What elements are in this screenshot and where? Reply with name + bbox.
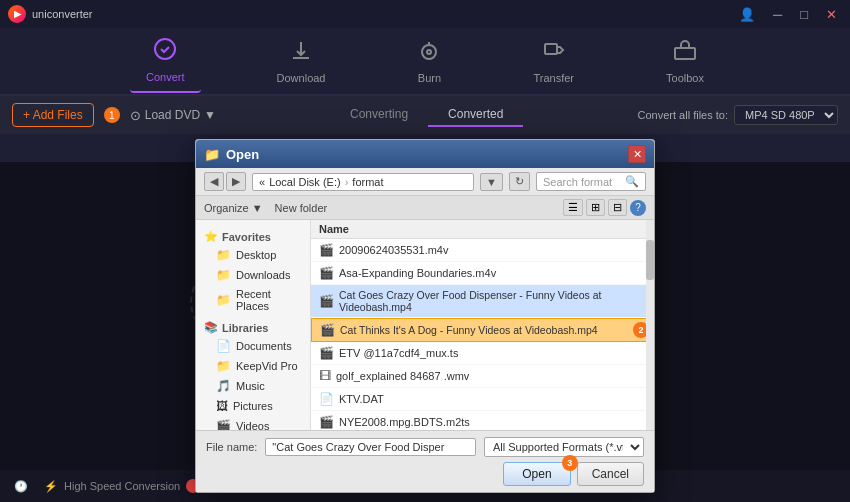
file-item-selected-2[interactable]: 🎬 Cat Thinks It's A Dog - Funny Videos a… xyxy=(311,318,654,342)
file-item-selected-1[interactable]: 🎬 Cat Goes Crazy Over Food Dispenser - F… xyxy=(311,285,654,318)
details-view-button[interactable]: ⊞ xyxy=(586,199,605,216)
nav-convert[interactable]: Convert xyxy=(130,29,201,93)
search-bar: Search format 🔍 xyxy=(536,172,646,191)
sidebar-panel: ⭐ Favorites 📁 Desktop 📁 Downloads 📁 xyxy=(196,220,311,430)
add-files-badge: 1 xyxy=(104,107,120,123)
file-icon: 🎬 xyxy=(319,415,334,429)
dialog-close-button[interactable]: ✕ xyxy=(628,145,646,163)
file-icon: 🎞 xyxy=(319,369,331,383)
sidebar-item-music[interactable]: 🎵 Music xyxy=(196,376,310,396)
folder-icon: 🎬 xyxy=(216,419,231,430)
close-button[interactable]: ✕ xyxy=(821,5,842,24)
toolbox-label: Toolbox xyxy=(666,72,704,84)
load-dvd-button[interactable]: ⊙ Load DVD ▼ xyxy=(130,108,216,123)
filename-input[interactable] xyxy=(265,438,476,456)
file-item[interactable]: 🎬 ETV @11a7cdf4_mux.ts xyxy=(311,342,654,365)
add-files-button[interactable]: + Add Files xyxy=(12,103,94,127)
file-icon: 🎬 xyxy=(319,266,334,280)
view-buttons: ☰ ⊞ ⊟ ? xyxy=(563,199,646,216)
convert-all: Convert all files to: MP4 SD 480P xyxy=(638,105,838,125)
convert-all-label: Convert all files to: xyxy=(638,109,728,121)
dialog-body: ⭐ Favorites 📁 Desktop 📁 Downloads 📁 xyxy=(196,220,654,430)
nav-transfer[interactable]: Transfer xyxy=(517,30,590,92)
library-icon: 📚 xyxy=(204,321,218,334)
path-local-disk: « xyxy=(259,176,265,188)
load-dvd-arrow: ▼ xyxy=(204,108,216,122)
load-dvd-label: Load DVD xyxy=(145,108,200,122)
user-icon[interactable]: 👤 xyxy=(734,5,760,24)
dialog-titlebar: 📁 Open ✕ xyxy=(196,140,654,168)
libraries-header: 📚 Libraries xyxy=(196,319,310,336)
path-dropdown-button[interactable]: ▼ xyxy=(480,173,503,191)
sidebar-item-videos[interactable]: 🎬 Videos xyxy=(196,416,310,430)
dialog-footer: File name: All Supported Formats (*.vtv;… xyxy=(196,430,654,492)
dialog-toolbar: ◀ ▶ « Local Disk (E:) › format ▼ ↻ Searc… xyxy=(196,168,654,196)
filetype-select[interactable]: All Supported Formats (*.vtv; *. xyxy=(484,437,644,457)
titlebar-left: ▶ uniconverter xyxy=(8,5,93,23)
folder-icon: 🖼 xyxy=(216,399,228,413)
file-icon: 📄 xyxy=(319,392,334,406)
sidebar-item-keepvid[interactable]: 📁 KeepVid Pro xyxy=(196,356,310,376)
sidebar-item-desktop[interactable]: 📁 Desktop xyxy=(196,245,310,265)
search-icon[interactable]: 🔍 xyxy=(625,175,639,188)
file-item[interactable]: 🎞 golf_explained 84687 .wmv xyxy=(311,365,654,388)
add-files-label: + Add Files xyxy=(23,108,83,122)
toolbox-icon xyxy=(673,38,697,68)
cancel-button[interactable]: Cancel xyxy=(577,462,644,486)
refresh-button[interactable]: ↻ xyxy=(509,172,530,191)
svg-point-2 xyxy=(427,50,431,54)
maximize-button[interactable]: □ xyxy=(795,5,813,24)
favorites-section: ⭐ Favorites 📁 Desktop 📁 Downloads 📁 xyxy=(196,228,310,315)
transfer-icon xyxy=(542,38,566,68)
file-icon: 🎬 xyxy=(319,346,334,360)
burn-label: Burn xyxy=(418,72,441,84)
app-name: uniconverter xyxy=(32,8,93,20)
convert-label: Convert xyxy=(146,71,185,83)
favorites-header: ⭐ Favorites xyxy=(196,228,310,245)
folder-icon: 🎵 xyxy=(216,379,231,393)
large-icons-button[interactable]: ⊟ xyxy=(608,199,627,216)
nav-toolbox[interactable]: Toolbox xyxy=(650,30,720,92)
path-folder-label: format xyxy=(352,176,383,188)
open-button[interactable]: Open 3 xyxy=(503,462,570,486)
folder-icon: 📁 xyxy=(204,147,220,162)
sidebar-item-recent[interactable]: 📁 Recent Places xyxy=(196,285,310,315)
forward-button[interactable]: ▶ xyxy=(226,172,246,191)
burn-icon xyxy=(417,38,441,68)
scrollbar-track xyxy=(646,220,654,430)
sidebar-item-documents[interactable]: 📄 Documents xyxy=(196,336,310,356)
file-item[interactable]: 🎬 20090624035531.m4v xyxy=(311,239,654,262)
tab-converted[interactable]: Converted xyxy=(428,103,523,127)
minimize-button[interactable]: ─ xyxy=(768,5,787,24)
tab-converting[interactable]: Converting xyxy=(330,103,428,127)
path-sep: › xyxy=(345,176,349,188)
new-folder-button[interactable]: New folder xyxy=(275,202,328,214)
filename-row: File name: All Supported Formats (*.vtv;… xyxy=(206,437,644,457)
download-icon xyxy=(289,38,313,68)
file-item[interactable]: 🎬 Asa-Expanding Boundaries.m4v xyxy=(311,262,654,285)
sidebar-item-pictures[interactable]: 🖼 Pictures xyxy=(196,396,310,416)
lightning-icon: ⚡ xyxy=(44,480,58,493)
svg-rect-4 xyxy=(675,48,695,59)
dialog-overlay: 📁 Open ✕ ◀ ▶ « Local Disk (E:) › format … xyxy=(0,162,850,470)
svg-rect-3 xyxy=(545,44,557,54)
organize-button[interactable]: Organize ▼ xyxy=(204,202,263,214)
path-bar: « Local Disk (E:) › format xyxy=(252,173,474,191)
folder-icon: 📁 xyxy=(216,268,231,282)
sidebar-item-downloads[interactable]: 📁 Downloads xyxy=(196,265,310,285)
convert-all-select[interactable]: MP4 SD 480P xyxy=(734,105,838,125)
nav-burn[interactable]: Burn xyxy=(401,30,457,92)
file-icon: 🎬 xyxy=(319,243,334,257)
nav-download[interactable]: Download xyxy=(261,30,342,92)
file-item[interactable]: 📄 KTV.DAT xyxy=(311,388,654,411)
svg-point-1 xyxy=(422,45,436,59)
file-item[interactable]: 🎬 NYE2008.mpg.BDTS.m2ts xyxy=(311,411,654,430)
list-view-button[interactable]: ☰ xyxy=(563,199,583,216)
toolbar-tabs: Converting Converted xyxy=(226,103,628,127)
back-button[interactable]: ◀ xyxy=(204,172,224,191)
scrollbar-thumb[interactable] xyxy=(646,240,654,280)
libraries-section: 📚 Libraries 📄 Documents 📁 KeepVid Pro xyxy=(196,319,310,430)
help-button[interactable]: ? xyxy=(630,200,646,216)
step-3-badge: 3 xyxy=(562,455,578,471)
convert-icon xyxy=(153,37,177,67)
